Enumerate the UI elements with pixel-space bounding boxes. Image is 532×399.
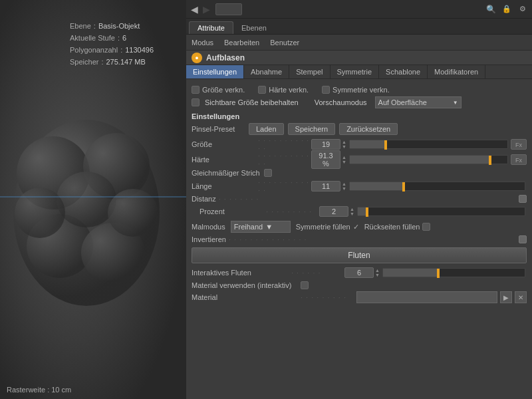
subtab-einstellungen[interactable]: Einstellungen xyxy=(186,65,244,78)
laenge-up[interactable]: ▲ xyxy=(342,182,346,186)
interaktives-arrows: ▲ ▼ xyxy=(375,268,380,277)
settings-icon[interactable]: ⚙ xyxy=(516,3,529,16)
interaktives-thumb xyxy=(437,269,440,278)
speicher-value: 275.147 MB xyxy=(106,56,145,68)
search-icon[interactable]: 🔍 xyxy=(484,3,497,16)
material-input[interactable] xyxy=(356,291,497,303)
tab-attribute[interactable]: Attribute xyxy=(189,21,233,34)
vorschau-row: Sichtbare Größe beibehalten Vorschaumodu… xyxy=(192,96,527,108)
zuruecksetzen-btn[interactable]: Zurücksetzen xyxy=(339,123,398,135)
prozent-track[interactable] xyxy=(357,207,525,216)
malmodus-arrow: ▼ xyxy=(265,223,273,231)
forward-arrow[interactable]: ▶ xyxy=(201,3,211,16)
speichern-btn[interactable]: Speichern xyxy=(288,123,336,135)
groesse-verkn-item: Größe verkn. xyxy=(192,86,245,94)
poly-label: Polygonanzahl xyxy=(70,44,118,56)
haerte-verkn-label: Härte verkn. xyxy=(269,86,309,94)
prozent-down[interactable]: ▼ xyxy=(350,211,354,216)
interaktives-value[interactable]: 6 xyxy=(344,267,374,278)
material-btn-2[interactable]: ✕ xyxy=(515,291,527,303)
benutzer-btn[interactable]: Benutzer xyxy=(270,39,299,47)
symmetrie-verkn-checkbox[interactable] xyxy=(322,86,330,94)
gleich-row: Gleichmäßiger Strich xyxy=(192,169,527,177)
vorschaumodus-value: Auf Oberfläche xyxy=(378,98,427,106)
svg-point-8 xyxy=(108,189,158,237)
pinsel-label: Pinsel-Preset xyxy=(192,125,245,133)
groesse-value[interactable]: 19 xyxy=(311,139,340,150)
material-btn-1[interactable]: ▶ xyxy=(500,291,512,303)
prozent-value[interactable]: 2 xyxy=(319,206,348,217)
haerte-value[interactable]: 91.3 % xyxy=(311,150,340,169)
back-arrow[interactable]: ◀ xyxy=(189,3,200,16)
haerte-dots: · · · · · · · · · · · · xyxy=(258,152,311,168)
tab-ebenen[interactable]: Ebenen xyxy=(233,22,275,34)
vorschaumodus-dropdown[interactable]: Auf Oberfläche ▼ xyxy=(375,96,462,108)
haerte-arrows: ▲ ▼ xyxy=(342,155,346,164)
distanz-toggle[interactable] xyxy=(519,195,527,203)
panel-title-bar: ● Aufblasen xyxy=(186,51,532,65)
material-field-label: Material xyxy=(192,293,298,301)
nav-box xyxy=(215,3,242,15)
laenge-down[interactable]: ▼ xyxy=(342,186,346,191)
gleich-checkbox[interactable] xyxy=(264,169,272,177)
sub-tabs: Einstellungen Abnahme Stempel Symmetrie … xyxy=(186,65,532,79)
invertieren-toggle[interactable] xyxy=(519,235,527,243)
subtab-symmetrie[interactable]: Symmetrie xyxy=(331,65,380,78)
subtab-schablone[interactable]: Schablone xyxy=(379,65,428,78)
ebene-colon: : xyxy=(94,20,96,32)
laenge-fill xyxy=(350,182,402,190)
laenge-thumb xyxy=(402,182,405,192)
laden-btn[interactable]: Laden xyxy=(249,123,284,135)
preset-row: Pinsel-Preset Laden Speichern Zurücksetz… xyxy=(192,123,527,135)
panel-icon: ● xyxy=(192,53,202,63)
groesse-verkn-checkbox[interactable] xyxy=(192,86,200,94)
groesse-track[interactable] xyxy=(349,140,508,149)
haerte-slider-row: Härte · · · · · · · · · · · · 91.3 % ▲ ▼… xyxy=(192,153,527,166)
mode-toolbar: Modus Bearbeiten Benutzer xyxy=(186,35,532,51)
lock-icon[interactable]: 🔒 xyxy=(500,3,513,16)
haerte-down[interactable]: ▼ xyxy=(342,160,346,164)
groesse-fx[interactable]: Fx xyxy=(511,139,527,150)
vorschaumodus-label: Vorschaumodus xyxy=(315,98,367,106)
interaktives-fill xyxy=(383,269,437,277)
sichtbare-checkbox[interactable] xyxy=(192,98,200,106)
stufe-label: Aktuelle Stufe xyxy=(70,32,115,44)
malmodus-dropdown[interactable]: Freihand ▼ xyxy=(231,221,291,233)
interaktives-dots: · · · · · · xyxy=(291,269,344,277)
haerte-track[interactable] xyxy=(349,155,508,164)
prozent-dots: · · · · · · · · · xyxy=(266,207,319,215)
right-panel: ◀ ▶ 🔍 🔒 ⚙ Attribute Ebenen Modus Bearbei… xyxy=(186,0,532,399)
modus-btn[interactable]: Modus xyxy=(192,39,213,47)
haerte-verkn-checkbox[interactable] xyxy=(258,86,266,94)
invertieren-dots: · · · · · · · · · · · · · · · xyxy=(229,235,516,243)
laenge-value[interactable]: 11 xyxy=(311,181,340,192)
bearbeiten-btn[interactable]: Bearbeiten xyxy=(224,39,259,47)
subtab-stempel[interactable]: Stempel xyxy=(289,65,330,78)
subtab-modifikatoren[interactable]: Modifikatoren xyxy=(428,65,485,78)
prozent-thumb xyxy=(366,207,368,217)
groesse-down[interactable]: ▼ xyxy=(342,144,346,149)
rueck-checkbox[interactable] xyxy=(422,223,430,231)
haerte-slider-label: Härte xyxy=(192,156,258,164)
material-verwenden-checkbox[interactable] xyxy=(301,281,309,289)
groesse-up[interactable]: ▲ xyxy=(342,140,346,144)
interaktives-down[interactable]: ▼ xyxy=(375,273,380,277)
svg-point-6 xyxy=(57,172,116,227)
fluten-btn[interactable]: Fluten xyxy=(192,247,527,263)
prozent-up[interactable]: ▲ xyxy=(350,207,354,211)
interaktives-track[interactable] xyxy=(382,268,525,277)
subtab-abnahme[interactable]: Abnahme xyxy=(244,65,289,78)
panel-title-text: Aufblasen xyxy=(206,53,245,63)
laenge-track[interactable] xyxy=(349,182,525,191)
laenge-slider-row: Länge · · · · · · · · · · · · 11 ▲ ▼ xyxy=(192,180,527,193)
content-area: Größe verkn. Härte verkn. Symmetrie verk… xyxy=(186,79,532,399)
groesse-dots: · · · · · · · · · · · · xyxy=(258,136,311,152)
ebene-value: Basis-Objekt xyxy=(98,20,140,32)
dropdown-arrow: ▼ xyxy=(453,100,458,106)
prozent-label: Prozent xyxy=(200,207,266,215)
haerte-fx[interactable]: Fx xyxy=(511,154,527,165)
groesse-thumb xyxy=(384,140,387,150)
laenge-arrows: ▲ ▼ xyxy=(342,182,346,191)
interaktives-up[interactable]: ▲ xyxy=(375,268,380,273)
haerte-up[interactable]: ▲ xyxy=(342,155,346,160)
